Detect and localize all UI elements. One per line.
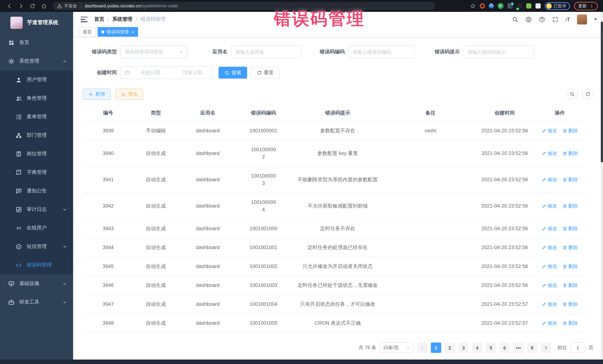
page-button-4[interactable]: 4 bbox=[472, 342, 482, 353]
sidebar-item-sms-mgmt[interactable]: 短信管理 bbox=[0, 237, 73, 256]
blue-gem-extension-icon[interactable] bbox=[488, 3, 494, 9]
delete-link[interactable]: 删除 bbox=[562, 176, 578, 184]
page-size-select[interactable]: 10条/页 bbox=[380, 342, 414, 353]
delete-link[interactable]: 删除 bbox=[562, 150, 578, 157]
sidebar-item-notice[interactable]: 通知公告 bbox=[0, 182, 73, 200]
delete-link[interactable]: 删除 bbox=[562, 263, 578, 270]
table-row: 3943 自动生成 dashboard 1001001000 定时任务不存在 2… bbox=[83, 220, 585, 238]
search-button[interactable]: 搜索 bbox=[219, 67, 247, 78]
refresh-table-button[interactable] bbox=[582, 88, 593, 100]
add-button[interactable]: 新增 bbox=[83, 88, 111, 100]
sidebar-item-user-mgmt[interactable]: 用户管理 bbox=[0, 70, 73, 89]
trash-icon bbox=[562, 245, 567, 250]
goto-page-input[interactable] bbox=[570, 342, 585, 353]
announcement-icon bbox=[16, 188, 22, 194]
delete-link[interactable]: 删除 bbox=[562, 301, 578, 308]
address-bar[interactable]: 不安全 dashboard.yudao.iocoder.cn/system/er… bbox=[53, 2, 435, 10]
sidebar-item-role-mgmt[interactable]: 角色管理 bbox=[0, 89, 73, 108]
green-v-extension-icon[interactable]: V bbox=[498, 3, 503, 9]
page-button-6[interactable]: 6 bbox=[499, 342, 510, 353]
delete-link[interactable]: 删除 bbox=[562, 320, 578, 327]
reload-icon[interactable] bbox=[30, 3, 35, 9]
sidebar-item-home[interactable]: 首页 bbox=[0, 33, 73, 52]
date-range-picker[interactable]: 开始日期 - 结束日期 bbox=[121, 66, 213, 79]
reset-button[interactable]: 重置 bbox=[251, 67, 279, 78]
home-icon[interactable] bbox=[41, 3, 47, 9]
breadcrumb: 首页 / 系统管理 / 错误码管理 bbox=[94, 16, 165, 23]
edit-link[interactable]: 修改 bbox=[542, 202, 557, 210]
sidebar-item-audit-log[interactable]: 审计日志 bbox=[0, 200, 73, 219]
app-logo[interactable]: 芋道管理系统 bbox=[0, 12, 73, 33]
github-icon[interactable] bbox=[525, 16, 532, 22]
sidebar-item-online-users[interactable]: 在线用户 bbox=[0, 219, 73, 237]
window-scrollbar[interactable] bbox=[601, 12, 603, 360]
refresh-icon bbox=[585, 92, 590, 97]
cell-code: 1001001002 bbox=[237, 257, 290, 276]
next-page-button[interactable] bbox=[541, 342, 551, 353]
page-button-8[interactable]: 8 bbox=[527, 342, 537, 353]
help-icon[interactable] bbox=[539, 16, 545, 22]
bookmark-star-icon[interactable] bbox=[470, 3, 475, 9]
forward-icon[interactable] bbox=[18, 3, 24, 9]
sidebar-item-dict-mgmt[interactable]: 字典管理 bbox=[0, 163, 73, 182]
edit-link[interactable]: 修改 bbox=[542, 150, 557, 157]
edit-link[interactable]: 修改 bbox=[542, 225, 557, 232]
sidebar-item-error-code-mgmt[interactable]: 错误码管理 bbox=[0, 256, 73, 274]
edit-link[interactable]: 修改 bbox=[542, 282, 557, 289]
caret-down-icon[interactable] bbox=[594, 19, 597, 20]
edit-link[interactable]: 修改 bbox=[542, 244, 557, 251]
page-button-5[interactable]: 5 bbox=[486, 342, 496, 353]
sidebar-item-post-mgmt[interactable]: 岗位管理 bbox=[0, 144, 73, 163]
user-avatar[interactable] bbox=[577, 14, 587, 24]
scrollbar-thumb[interactable] bbox=[601, 22, 603, 162]
close-icon[interactable]: × bbox=[131, 30, 134, 34]
edit-link[interactable]: 修改 bbox=[542, 127, 557, 134]
dark-list-on-extension-icon[interactable] bbox=[517, 3, 522, 9]
profile-chip[interactable]: 已暂停 bbox=[545, 2, 570, 10]
update-button[interactable]: 更新 ⋮ bbox=[574, 2, 598, 10]
cell-hint: 定时任务不存在 bbox=[290, 220, 386, 238]
error-code-input[interactable] bbox=[348, 46, 415, 58]
delete-link[interactable]: 删除 bbox=[562, 282, 578, 289]
toggle-search-button[interactable] bbox=[567, 88, 578, 100]
error-hint-input[interactable] bbox=[464, 46, 534, 58]
green-key-extension-icon[interactable] bbox=[526, 3, 531, 9]
page-button-3[interactable]: 3 bbox=[458, 342, 469, 353]
breadcrumb-home[interactable]: 首页 bbox=[94, 16, 104, 23]
sidebar-item-devtools[interactable]: 研发工具 bbox=[0, 293, 73, 311]
delete-link[interactable]: 删除 bbox=[562, 127, 578, 134]
search-icon[interactable] bbox=[512, 16, 518, 22]
breadcrumb-system[interactable]: 系统管理 bbox=[112, 16, 132, 23]
tab-home[interactable]: 首页 bbox=[79, 27, 95, 37]
delete-link[interactable]: 删除 bbox=[562, 202, 578, 210]
page-ellipsis[interactable]: ••• bbox=[513, 342, 524, 353]
delete-link[interactable]: 删除 bbox=[562, 244, 578, 251]
sidebar-item-menu-mgmt[interactable]: 菜单管理 bbox=[0, 108, 73, 126]
app-name-input[interactable] bbox=[231, 46, 302, 58]
sidebar-item-infrastructure[interactable]: 基础设施 bbox=[0, 274, 73, 293]
security-warning[interactable]: 不安全 bbox=[57, 3, 77, 9]
fullscreen-icon[interactable] bbox=[552, 16, 558, 22]
tab-grid-extension-icon[interactable] bbox=[508, 3, 513, 9]
sidebar-item-dept-mgmt[interactable]: 部门管理 bbox=[0, 126, 73, 144]
orange-ring-extension-icon[interactable] bbox=[480, 3, 485, 9]
hamburger-menu-icon[interactable] bbox=[81, 17, 88, 22]
error-type-select[interactable]: 请选择错误码类型 bbox=[121, 46, 187, 58]
edit-link[interactable]: 修改 bbox=[542, 301, 557, 308]
puzzle-extension-icon[interactable] bbox=[535, 3, 541, 9]
page-button-1[interactable]: 1 bbox=[431, 342, 441, 353]
trash-icon bbox=[562, 151, 567, 156]
delete-link[interactable]: 删除 bbox=[562, 225, 578, 232]
edit-link[interactable]: 修改 bbox=[542, 176, 557, 184]
prev-page-button[interactable] bbox=[417, 342, 428, 353]
warning-triangle-icon bbox=[57, 3, 62, 8]
export-button[interactable]: 导出 bbox=[116, 88, 143, 100]
sidebar-item-system-mgmt[interactable]: 系统管理 bbox=[0, 52, 73, 70]
edit-link[interactable]: 修改 bbox=[542, 263, 557, 270]
tab-error-code[interactable]: 错误码管理 × bbox=[98, 27, 138, 37]
back-icon[interactable] bbox=[7, 3, 12, 9]
page-button-2[interactable]: 2 bbox=[445, 342, 455, 353]
edit-link[interactable]: 修改 bbox=[542, 320, 557, 327]
font-size-icon[interactable]: tT bbox=[566, 16, 570, 22]
kebab-menu-icon[interactable]: ⋮ bbox=[590, 5, 594, 7]
